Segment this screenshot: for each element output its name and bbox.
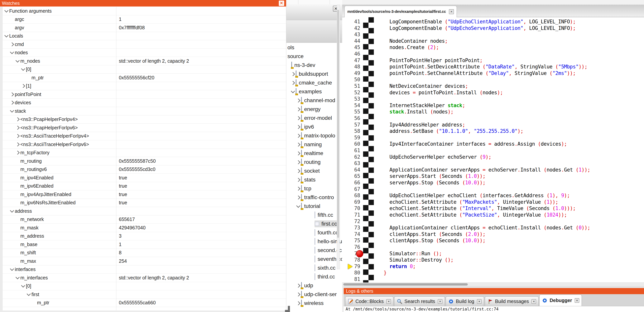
watch-row[interactable]: m_address3 xyxy=(3,232,286,241)
breakpoint-icon[interactable] xyxy=(356,250,363,257)
watch-row[interactable]: first xyxy=(3,290,286,299)
code-line[interactable]: 65 serverApps.Start (Seconds (1.0)); xyxy=(342,173,644,180)
watch-row[interactable]: m_shift8 xyxy=(3,249,286,257)
code-line[interactable]: 56 xyxy=(342,115,644,122)
chevron-down-icon[interactable] xyxy=(9,268,15,271)
chevron-down-icon[interactable] xyxy=(295,205,301,208)
watch-row[interactable]: m_ipv4ArpJitterEnabledtrue xyxy=(3,190,286,199)
tab-close-icon[interactable]: ✕ xyxy=(438,299,442,304)
chevron-right-icon[interactable] xyxy=(9,93,15,96)
tree-item-first-cc[interactable]: first.cc xyxy=(286,219,342,228)
scrollbar-thumb[interactable] xyxy=(337,10,339,238)
watch-row[interactable]: <ns3::PcapHelperForIpv6> xyxy=(3,124,286,132)
watch-row[interactable]: m_ipv6NsRsJitterEnabledtrue xyxy=(3,199,286,207)
tree-item-fifth-cc[interactable]: fifth.cc xyxy=(286,211,342,219)
tree-item-traffic-contro[interactable]: traffic-contro xyxy=(286,193,342,202)
tree-item-channel-mod[interactable]: channel-mod xyxy=(286,96,342,105)
tree-item-sixth-cc[interactable]: sixth.cc xyxy=(286,264,342,272)
chevron-down-icon[interactable] xyxy=(20,68,26,71)
watch-row[interactable]: m_ipv4Enabledtrue xyxy=(3,174,286,182)
watch-row[interactable]: argc1 xyxy=(3,15,286,24)
tree-item-ns-3-dev[interactable]: ns-3-dev xyxy=(286,61,342,70)
code-line[interactable]: 75 clientApps.Stop (Seconds (10.0)); xyxy=(342,238,644,244)
chevron-right-icon[interactable] xyxy=(295,134,301,137)
watch-row[interactable]: m_routingv60x5555555cd3c0 xyxy=(3,165,286,174)
watch-row[interactable]: m_nodesstd::vector of length 2, capacity… xyxy=(3,57,286,65)
chevron-down-icon[interactable] xyxy=(4,9,9,12)
watches-titlebar[interactable]: Watches ✕ xyxy=(0,0,286,6)
code-line[interactable]: 42 LogComponentEnable ("UdpEchoServerApp… xyxy=(342,25,644,32)
watch-row[interactable]: Function arguments xyxy=(3,7,286,15)
chevron-down-icon[interactable] xyxy=(290,90,296,93)
code-line[interactable]: 48 pointToPoint.SetDeviceAttribute ("Dat… xyxy=(342,64,644,70)
chevron-right-icon[interactable] xyxy=(14,135,20,138)
tree-item-source[interactable]: source xyxy=(286,52,342,61)
code-line[interactable]: 41 LogComponentEnable ("UdpEchoClientApp… xyxy=(342,19,644,25)
logs-tab-code-blocks[interactable]: Code::Blocks✕ xyxy=(345,297,394,306)
tab-close-icon[interactable]: ✕ xyxy=(575,298,579,303)
tree-item-tcp[interactable]: tcp xyxy=(286,184,342,193)
tree-item-stats[interactable]: stats xyxy=(286,175,342,184)
logs-tab-debugger[interactable]: Debugger✕ xyxy=(539,295,582,306)
code-line[interactable]: 73 ApplicationContainer clientApps = ech… xyxy=(342,225,644,231)
tree-item-examples[interactable]: examples xyxy=(286,87,342,96)
tree-item-hello-simul[interactable]: hello-simul xyxy=(286,237,342,246)
code-line[interactable]: 72 xyxy=(342,218,644,225)
logs-tab-build-messages[interactable]: Build messages✕ xyxy=(485,297,538,306)
tree-item-buildsupport[interactable]: buildsupport xyxy=(286,70,342,78)
chevron-down-icon[interactable] xyxy=(14,60,20,62)
tree-item-naming[interactable]: naming xyxy=(286,140,342,149)
watch-row[interactable]: m_ipv6Enabledtrue xyxy=(3,182,286,190)
code-line[interactable]: 58 address.SetBase ("10.1.1.0", "255.255… xyxy=(342,128,644,135)
code-line[interactable]: 46 xyxy=(342,51,644,57)
chevron-right-icon[interactable] xyxy=(295,178,301,181)
chevron-right-icon[interactable] xyxy=(295,302,301,305)
code-line[interactable]: 67 xyxy=(342,186,644,193)
code-editor[interactable]: 41 LogComponentEnable ("UdpEchoClientApp… xyxy=(342,17,644,283)
watch-row[interactable]: devices xyxy=(3,99,286,107)
code-line[interactable]: 45 nodes.Create (2); xyxy=(342,44,644,51)
tree-item-error-model[interactable]: error-model xyxy=(286,114,342,123)
watch-row[interactable]: stack xyxy=(3,107,286,115)
editor-hscrollbar[interactable] xyxy=(342,283,644,286)
logs-splitter[interactable] xyxy=(344,286,644,288)
editor-tab-first-cc[interactable]: mnt/dev/tools/source/ns-3-dev/examples/t… xyxy=(344,6,457,17)
tree-item-fourth-cc[interactable]: fourth.cc xyxy=(286,228,342,237)
watch-row[interactable]: m_mask4294967040 xyxy=(3,224,286,232)
chevron-right-icon[interactable] xyxy=(295,161,301,164)
chevron-down-icon[interactable] xyxy=(26,293,32,296)
chevron-down-icon[interactable] xyxy=(20,285,26,288)
code-line[interactable]: 54 InternetStackHelper stack; xyxy=(342,103,644,109)
tree-item-seventh-cc[interactable]: seventh.cc xyxy=(286,255,342,264)
chevron-right-icon[interactable] xyxy=(295,143,301,146)
code-line[interactable]: 78 Simulator::Destroy (); xyxy=(342,257,644,264)
code-line[interactable]: 52 devices = pointToPoint.Install (nodes… xyxy=(342,90,644,96)
chevron-right-icon[interactable] xyxy=(295,152,301,155)
chevron-right-icon[interactable] xyxy=(295,108,301,111)
watch-row[interactable]: Locals xyxy=(3,32,286,40)
code-line[interactable]: 61 xyxy=(342,148,644,154)
editor-tab-close-icon[interactable]: ✕ xyxy=(449,9,454,14)
logs-tab-search-results[interactable]: Search results✕ xyxy=(394,297,445,306)
chevron-right-icon[interactable] xyxy=(14,118,20,121)
watch-row[interactable]: pointToPoint xyxy=(3,90,286,99)
code-line[interactable]: 47 PointToPointHelper pointToPoint; xyxy=(342,57,644,64)
code-line[interactable]: 53 xyxy=(342,96,644,103)
chevron-right-icon[interactable] xyxy=(295,187,301,190)
tree-item-udp-client-ser[interactable]: udp-client-ser xyxy=(286,290,342,299)
code-line[interactable]: 66 serverApps.Stop (Seconds (10.0)); xyxy=(342,180,644,186)
chevron-down-icon[interactable] xyxy=(9,210,15,213)
tree-item-udp[interactable]: udp xyxy=(286,281,342,290)
watch-row[interactable]: <ns3::AsciiTraceHelperForIpv6> xyxy=(3,140,286,149)
code-line[interactable]: 49 pointToPoint.SetChannelAttribute ("De… xyxy=(342,70,644,77)
code-line[interactable]: 62 UdpEchoServerHelper echoServer (9); xyxy=(342,154,644,160)
watch-row[interactable]: m_ptr0x55555556cf20 xyxy=(3,74,286,82)
watch-row[interactable]: m_ptr0x5555555ca660 xyxy=(3,299,286,307)
chevron-right-icon[interactable] xyxy=(290,81,296,84)
tree-item-tutorial[interactable]: tutorial xyxy=(286,202,342,211)
code-line[interactable]: 43 xyxy=(342,32,644,38)
tree-item-ipv6[interactable]: ipv6 xyxy=(286,123,342,131)
code-line[interactable]: 68 UdpEchoClientHelper echoClient (inter… xyxy=(342,193,644,199)
chevron-right-icon[interactable] xyxy=(20,85,26,87)
tab-close-icon[interactable]: ✕ xyxy=(532,299,536,304)
